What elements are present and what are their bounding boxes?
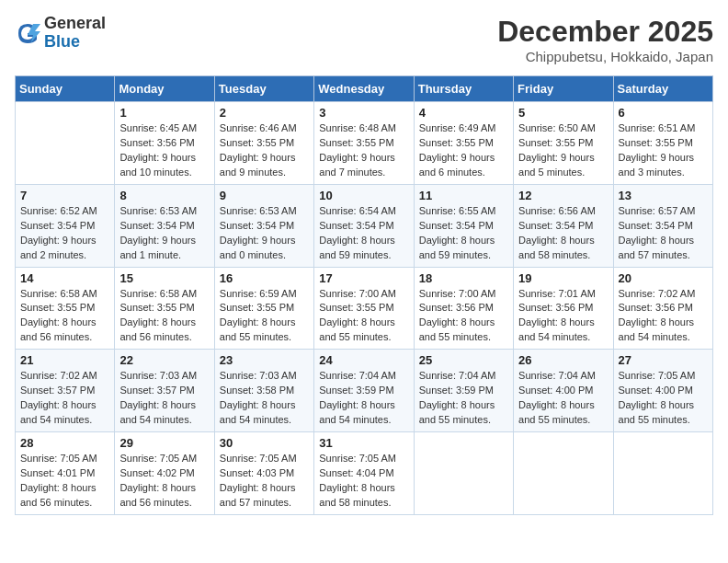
- calendar-row: 7Sunrise: 6:52 AM Sunset: 3:54 PM Daylig…: [16, 184, 713, 267]
- calendar-cell: 29Sunrise: 7:05 AM Sunset: 4:02 PM Dayli…: [115, 432, 214, 515]
- calendar-cell: 25Sunrise: 7:04 AM Sunset: 3:59 PM Dayli…: [414, 350, 513, 432]
- day-number: 21: [20, 353, 109, 367]
- calendar-cell: 2Sunrise: 6:46 AM Sunset: 3:55 PM Daylig…: [214, 102, 313, 185]
- day-number: 27: [619, 353, 708, 367]
- page-header: General Blue December 2025 Chippubetsu, …: [15, 15, 713, 64]
- calendar-cell: 15Sunrise: 6:58 AM Sunset: 3:55 PM Dayli…: [115, 267, 214, 350]
- day-info: Sunrise: 6:56 AM Sunset: 3:54 PM Dayligh…: [518, 204, 608, 263]
- day-info: Sunrise: 7:04 AM Sunset: 4:00 PM Dayligh…: [518, 369, 608, 428]
- day-number: 18: [419, 271, 508, 285]
- day-number: 8: [119, 189, 209, 202]
- day-info: Sunrise: 6:54 AM Sunset: 3:54 PM Dayligh…: [319, 204, 408, 263]
- calendar-cell: 11Sunrise: 6:55 AM Sunset: 3:54 PM Dayli…: [414, 184, 513, 267]
- calendar-cell: [414, 432, 513, 515]
- day-info: Sunrise: 7:04 AM Sunset: 3:59 PM Dayligh…: [419, 369, 508, 428]
- weekday-header: Saturday: [613, 76, 712, 102]
- day-info: Sunrise: 7:05 AM Sunset: 4:03 PM Dayligh…: [220, 452, 309, 511]
- day-number: 7: [20, 189, 109, 202]
- location: Chippubetsu, Hokkaido, Japan: [497, 49, 713, 64]
- day-info: Sunrise: 7:03 AM Sunset: 3:57 PM Dayligh…: [119, 369, 209, 428]
- day-info: Sunrise: 7:00 AM Sunset: 3:56 PM Dayligh…: [419, 287, 508, 346]
- calendar-cell: 26Sunrise: 7:04 AM Sunset: 4:00 PM Dayli…: [514, 350, 613, 432]
- calendar-row: 1Sunrise: 6:45 AM Sunset: 3:56 PM Daylig…: [16, 102, 713, 185]
- day-number: 22: [119, 353, 209, 367]
- day-number: 10: [319, 189, 408, 202]
- calendar-cell: 13Sunrise: 6:57 AM Sunset: 3:54 PM Dayli…: [613, 184, 712, 267]
- calendar-cell: 19Sunrise: 7:01 AM Sunset: 3:56 PM Dayli…: [514, 267, 613, 350]
- day-number: 30: [220, 436, 309, 450]
- day-info: Sunrise: 7:03 AM Sunset: 3:58 PM Dayligh…: [220, 369, 309, 428]
- calendar-cell: [613, 432, 712, 515]
- calendar-cell: [16, 102, 115, 185]
- day-number: 15: [119, 271, 209, 285]
- calendar-cell: 21Sunrise: 7:02 AM Sunset: 3:57 PM Dayli…: [16, 350, 115, 432]
- day-number: 23: [220, 353, 309, 367]
- calendar-cell: 4Sunrise: 6:49 AM Sunset: 3:55 PM Daylig…: [414, 102, 513, 185]
- day-number: 11: [419, 189, 508, 202]
- day-number: 20: [619, 271, 708, 285]
- day-info: Sunrise: 7:02 AM Sunset: 3:57 PM Dayligh…: [20, 369, 109, 428]
- calendar-cell: 18Sunrise: 7:00 AM Sunset: 3:56 PM Dayli…: [414, 267, 513, 350]
- day-info: Sunrise: 7:05 AM Sunset: 4:01 PM Dayligh…: [20, 452, 109, 511]
- day-number: 28: [20, 436, 109, 450]
- weekday-header-row: SundayMondayTuesdayWednesdayThursdayFrid…: [16, 76, 713, 102]
- day-number: 12: [518, 189, 608, 202]
- calendar-cell: 28Sunrise: 7:05 AM Sunset: 4:01 PM Dayli…: [16, 432, 115, 515]
- weekday-header: Monday: [115, 76, 214, 102]
- calendar-cell: 8Sunrise: 6:53 AM Sunset: 3:54 PM Daylig…: [115, 184, 214, 267]
- weekday-header: Wednesday: [314, 76, 414, 102]
- calendar-cell: 31Sunrise: 7:05 AM Sunset: 4:04 PM Dayli…: [314, 432, 414, 515]
- day-number: 5: [518, 106, 608, 120]
- calendar-cell: 1Sunrise: 6:45 AM Sunset: 3:56 PM Daylig…: [115, 102, 214, 185]
- calendar-cell: 6Sunrise: 6:51 AM Sunset: 3:55 PM Daylig…: [613, 102, 712, 185]
- calendar-cell: 9Sunrise: 6:53 AM Sunset: 3:54 PM Daylig…: [214, 184, 313, 267]
- day-number: 14: [20, 271, 109, 285]
- day-info: Sunrise: 6:50 AM Sunset: 3:55 PM Dayligh…: [518, 121, 608, 180]
- day-number: 19: [518, 271, 608, 285]
- day-info: Sunrise: 7:04 AM Sunset: 3:59 PM Dayligh…: [319, 369, 408, 428]
- calendar-cell: 30Sunrise: 7:05 AM Sunset: 4:03 PM Dayli…: [214, 432, 313, 515]
- calendar-cell: 20Sunrise: 7:02 AM Sunset: 3:56 PM Dayli…: [613, 267, 712, 350]
- day-number: 29: [119, 436, 209, 450]
- day-number: 1: [119, 106, 209, 120]
- day-number: 3: [319, 106, 408, 120]
- day-number: 31: [319, 436, 408, 450]
- logo: General Blue: [15, 15, 106, 52]
- calendar-cell: [514, 432, 613, 515]
- title-block: December 2025 Chippubetsu, Hokkaido, Jap…: [497, 15, 713, 64]
- day-info: Sunrise: 7:00 AM Sunset: 3:55 PM Dayligh…: [319, 287, 408, 346]
- logo-text: General Blue: [44, 15, 106, 52]
- day-number: 26: [518, 353, 608, 367]
- calendar-cell: 22Sunrise: 7:03 AM Sunset: 3:57 PM Dayli…: [115, 350, 214, 432]
- day-info: Sunrise: 7:01 AM Sunset: 3:56 PM Dayligh…: [518, 287, 608, 346]
- day-info: Sunrise: 6:52 AM Sunset: 3:54 PM Dayligh…: [20, 204, 109, 263]
- calendar-cell: 16Sunrise: 6:59 AM Sunset: 3:55 PM Dayli…: [214, 267, 313, 350]
- day-number: 25: [419, 353, 508, 367]
- logo-general: General: [44, 15, 106, 33]
- calendar-row: 14Sunrise: 6:58 AM Sunset: 3:55 PM Dayli…: [16, 267, 713, 350]
- day-info: Sunrise: 6:55 AM Sunset: 3:54 PM Dayligh…: [419, 204, 508, 263]
- calendar-cell: 12Sunrise: 6:56 AM Sunset: 3:54 PM Dayli…: [514, 184, 613, 267]
- calendar-cell: 7Sunrise: 6:52 AM Sunset: 3:54 PM Daylig…: [16, 184, 115, 267]
- day-info: Sunrise: 7:02 AM Sunset: 3:56 PM Dayligh…: [619, 287, 708, 346]
- day-info: Sunrise: 6:45 AM Sunset: 3:56 PM Dayligh…: [119, 121, 209, 180]
- calendar-cell: 5Sunrise: 6:50 AM Sunset: 3:55 PM Daylig…: [514, 102, 613, 185]
- day-info: Sunrise: 6:53 AM Sunset: 3:54 PM Dayligh…: [119, 204, 209, 263]
- day-info: Sunrise: 6:48 AM Sunset: 3:55 PM Dayligh…: [319, 121, 408, 180]
- day-number: 4: [419, 106, 508, 120]
- calendar-cell: 17Sunrise: 7:00 AM Sunset: 3:55 PM Dayli…: [314, 267, 414, 350]
- weekday-header: Tuesday: [214, 76, 313, 102]
- day-info: Sunrise: 6:59 AM Sunset: 3:55 PM Dayligh…: [220, 287, 309, 346]
- calendar-row: 28Sunrise: 7:05 AM Sunset: 4:01 PM Dayli…: [16, 432, 713, 515]
- day-number: 2: [220, 106, 309, 120]
- day-info: Sunrise: 6:49 AM Sunset: 3:55 PM Dayligh…: [419, 121, 508, 180]
- calendar-cell: 3Sunrise: 6:48 AM Sunset: 3:55 PM Daylig…: [314, 102, 414, 185]
- day-info: Sunrise: 6:53 AM Sunset: 3:54 PM Dayligh…: [220, 204, 309, 263]
- day-info: Sunrise: 7:05 AM Sunset: 4:02 PM Dayligh…: [119, 452, 209, 511]
- day-number: 6: [619, 106, 708, 120]
- day-info: Sunrise: 6:58 AM Sunset: 3:55 PM Dayligh…: [20, 287, 109, 346]
- day-info: Sunrise: 6:58 AM Sunset: 3:55 PM Dayligh…: [119, 287, 209, 346]
- day-info: Sunrise: 7:05 AM Sunset: 4:00 PM Dayligh…: [619, 369, 708, 428]
- calendar-cell: 27Sunrise: 7:05 AM Sunset: 4:00 PM Dayli…: [613, 350, 712, 432]
- day-number: 16: [220, 271, 309, 285]
